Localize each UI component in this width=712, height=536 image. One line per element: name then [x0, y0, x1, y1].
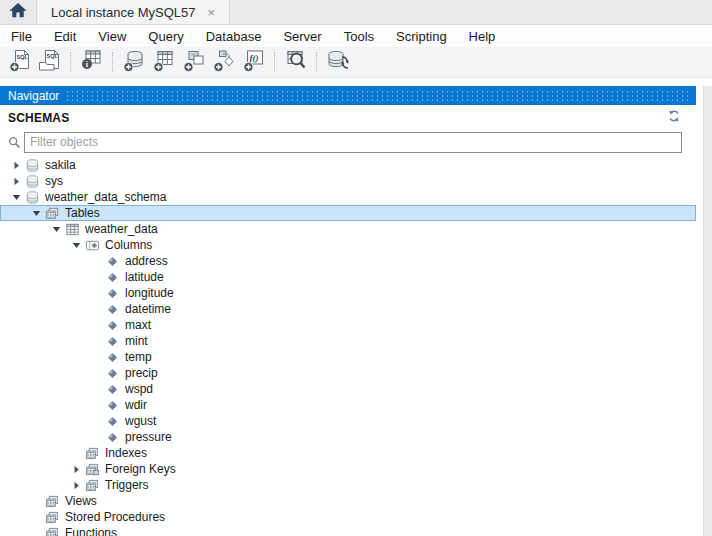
tree-node-label: temp	[125, 350, 158, 364]
views-icon	[44, 493, 60, 509]
menu-view[interactable]: View	[87, 27, 137, 46]
create-procedure-button[interactable]	[209, 49, 239, 75]
tree-node-label: wdir	[125, 398, 153, 412]
tree-node-functions[interactable]: Functions	[0, 525, 696, 536]
tree-node-label: sakila	[45, 158, 82, 172]
tree-node-mint[interactable]: mint	[0, 333, 696, 349]
tab-local-instance[interactable]: Local instance MySQL57 ×	[37, 0, 230, 24]
tree-node-weather-data[interactable]: weather_data	[0, 221, 696, 237]
tree-node-weather-data-schema[interactable]: weather_data_schema	[0, 189, 696, 205]
column-icon	[104, 333, 120, 349]
tree-node-wspd[interactable]: wspd	[0, 381, 696, 397]
menu-tools[interactable]: Tools	[333, 27, 385, 46]
schema-icon	[24, 157, 40, 173]
tree-node-label: pressure	[125, 430, 178, 444]
menu-file[interactable]: File	[0, 27, 43, 46]
column-icon	[104, 253, 120, 269]
toolbar-separator	[274, 52, 276, 72]
tree-node-label: weather_data	[85, 222, 164, 236]
tree-node-sakila[interactable]: sakila	[0, 157, 696, 173]
tree-node-datetime[interactable]: datetime	[0, 301, 696, 317]
tree-node-views[interactable]: Views	[0, 493, 696, 509]
menu-bar: FileEditViewQueryDatabaseServerToolsScri…	[0, 25, 712, 47]
chevron-right-icon[interactable]	[8, 173, 24, 189]
tree-node-maxt[interactable]: maxt	[0, 317, 696, 333]
tree-node-wgust[interactable]: wgust	[0, 413, 696, 429]
tree-node-latitude[interactable]: latitude	[0, 269, 696, 285]
menu-help[interactable]: Help	[458, 27, 507, 46]
search-data-button[interactable]	[281, 49, 311, 75]
open-sql-script-button[interactable]: SQL	[35, 49, 65, 75]
svg-text:SQL: SQL	[17, 54, 29, 60]
tree-node-label: latitude	[125, 270, 170, 284]
tree-node-label: Triggers	[105, 478, 155, 492]
column-icon	[104, 285, 120, 301]
tree-node-foreign-keys[interactable]: Foreign Keys	[0, 461, 696, 477]
reconnect-dbms-button[interactable]	[323, 49, 353, 75]
column-icon	[104, 317, 120, 333]
tree-node-indexes[interactable]: Indexes	[0, 445, 696, 461]
columns-icon	[84, 237, 100, 253]
tree-node-triggers[interactable]: Triggers	[0, 477, 696, 493]
column-icon	[104, 365, 120, 381]
arrow-spacer	[88, 381, 104, 397]
tree-node-sys[interactable]: sys	[0, 173, 696, 189]
column-icon	[104, 397, 120, 413]
chevron-right-icon[interactable]	[68, 461, 84, 477]
tables-icon	[44, 205, 60, 221]
menu-server[interactable]: Server	[272, 27, 332, 46]
svg-text:SQL: SQL	[47, 53, 59, 59]
tree-node-stored-procedures[interactable]: Stored Procedures	[0, 509, 696, 525]
toolbar-separator	[70, 52, 72, 72]
create-table-button[interactable]	[149, 49, 179, 75]
tree-node-temp[interactable]: temp	[0, 349, 696, 365]
svg-text:f(): f()	[250, 53, 259, 63]
tree-node-address[interactable]: address	[0, 253, 696, 269]
column-icon	[104, 381, 120, 397]
chevron-right-icon[interactable]	[68, 477, 84, 493]
panel-splitter[interactable]	[696, 86, 703, 536]
schemas-header: SCHEMAS	[0, 105, 696, 130]
refresh-schemas-button[interactable]	[666, 110, 682, 126]
mysql-workbench-window: Local instance MySQL57 × FileEditViewQue…	[0, 0, 712, 536]
chevron-down-icon[interactable]	[68, 237, 84, 253]
chevron-down-icon[interactable]	[8, 189, 24, 205]
column-icon	[104, 429, 120, 445]
home-tab[interactable]	[0, 0, 37, 24]
tree-node-tables[interactable]: Tables	[0, 205, 696, 221]
schema-new-icon	[121, 48, 147, 76]
menu-query[interactable]: Query	[137, 27, 194, 46]
schemas-section-title: SCHEMAS	[8, 111, 69, 125]
tree-node-label: sys	[45, 174, 69, 188]
tree-node-longitude[interactable]: longitude	[0, 285, 696, 301]
tab-close-icon[interactable]: ×	[206, 6, 218, 19]
create-function-button[interactable]: f()	[239, 49, 269, 75]
navigator-panel: Navigator SCHEMAS	[0, 86, 696, 536]
chevron-down-icon[interactable]	[48, 221, 64, 237]
schema-tree: sakilasysweather_data_schemaTablesweathe…	[0, 154, 696, 536]
create-schema-button[interactable]	[119, 49, 149, 75]
tree-node-precip[interactable]: precip	[0, 365, 696, 381]
column-icon	[104, 349, 120, 365]
main-toolbar: SQLSQLif()	[0, 47, 712, 78]
tree-node-label: Columns	[105, 238, 158, 252]
arrow-spacer	[88, 365, 104, 381]
tree-node-wdir[interactable]: wdir	[0, 397, 696, 413]
chevron-right-icon[interactable]	[8, 157, 24, 173]
arrow-spacer	[88, 317, 104, 333]
foreign-keys-icon	[84, 461, 100, 477]
tree-node-columns[interactable]: Columns	[0, 237, 696, 253]
menu-database[interactable]: Database	[195, 27, 273, 46]
tree-node-label: Views	[65, 494, 103, 508]
tree-node-label: Stored Procedures	[65, 510, 171, 524]
menu-edit[interactable]: Edit	[43, 27, 87, 46]
menu-scripting[interactable]: Scripting	[385, 27, 458, 46]
tree-node-pressure[interactable]: pressure	[0, 429, 696, 445]
create-view-button[interactable]	[179, 49, 209, 75]
inspector-button[interactable]: i	[77, 49, 107, 75]
routine-new-icon	[211, 48, 237, 76]
arrow-spacer	[28, 525, 44, 536]
chevron-down-icon[interactable]	[28, 205, 44, 221]
filter-objects-input[interactable]	[24, 132, 682, 153]
new-sql-tab-button[interactable]: SQL	[5, 49, 35, 75]
